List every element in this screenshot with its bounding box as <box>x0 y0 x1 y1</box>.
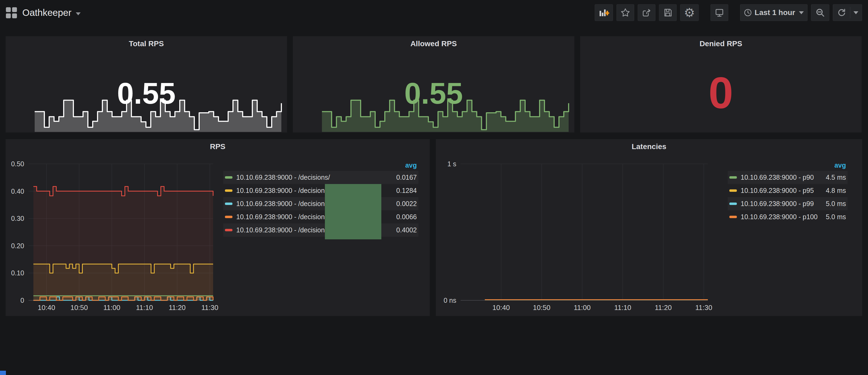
series-avg-value: 0.0167 <box>396 174 417 181</box>
panel-total-rps: Total RPS 0.55 <box>5 36 287 133</box>
clock-icon <box>744 9 752 17</box>
dashboards-grid-icon[interactable] <box>6 7 17 18</box>
legend-row[interactable]: 10.10.69.238:9000 - /decisions/0.0167 <box>223 171 418 184</box>
add-panel-button[interactable] <box>595 4 613 21</box>
series-color-swatch-icon[interactable] <box>225 176 232 179</box>
dashboard-title-caret-icon[interactable] <box>76 12 81 15</box>
panel-title[interactable]: Allowed RPS <box>293 39 574 48</box>
legend-row[interactable]: 10.10.69.238:9000 - p954.8 ms <box>728 184 847 197</box>
svg-text:11:10: 11:10 <box>136 304 153 312</box>
bottom-left-blue-marker <box>0 371 6 375</box>
series-avg-value: 4.5 ms <box>826 174 846 181</box>
legend-row[interactable]: 10.10.69.238:9000 - /decisions/0.1284 <box>223 184 418 197</box>
series-avg-value: 4.8 ms <box>826 187 846 194</box>
legend-color-overlay-box <box>325 184 381 239</box>
refresh-interval-caret-icon[interactable] <box>854 11 858 14</box>
series-color-swatch-icon[interactable] <box>729 189 737 192</box>
rps-legend: avg10.10.69.238:9000 - /decisions/0.0167… <box>223 160 418 237</box>
panel-title[interactable]: RPS <box>6 143 430 151</box>
svg-text:11:00: 11:00 <box>103 304 120 312</box>
legend-row[interactable]: 10.10.69.238:9000 - p904.5 ms <box>728 171 847 184</box>
singlestat-value: 0 <box>580 67 862 118</box>
settings-gear-icon: ⚙ <box>684 6 695 19</box>
series-color-swatch-icon[interactable] <box>729 202 737 205</box>
svg-text:10:40: 10:40 <box>492 304 510 312</box>
dashboard-grid: Total RPS 0.55 Allowed RPS 0.55 Denied R… <box>0 25 868 316</box>
series-color-swatch-icon[interactable] <box>729 176 737 179</box>
series-avg-value: 0.1284 <box>396 187 417 194</box>
svg-text:10:50: 10:50 <box>533 304 550 312</box>
legend-avg-header[interactable]: avg <box>223 160 418 171</box>
series-color-swatch-icon[interactable] <box>225 216 232 218</box>
panel-title[interactable]: Latencies <box>436 143 862 151</box>
series-avg-value: 0.0022 <box>396 200 417 208</box>
time-range-caret-icon <box>799 11 804 14</box>
refresh-icon <box>837 7 847 18</box>
series-color-swatch-icon[interactable] <box>225 189 232 192</box>
legend-row[interactable]: 10.10.69.238:9000 - /decisions/0.4002 <box>223 223 418 237</box>
series-name[interactable]: 10.10.69.238:9000 - /decisions/ <box>236 174 393 181</box>
share-icon <box>642 7 652 18</box>
panel-allowed-rps: Allowed RPS 0.55 <box>293 36 575 133</box>
series-color-swatch-icon[interactable] <box>225 202 232 205</box>
series-name[interactable]: 10.10.69.238:9000 - p95 <box>741 187 823 194</box>
legend-row[interactable]: 10.10.69.238:9000 - p1005.0 ms <box>728 210 847 223</box>
series-color-swatch-icon[interactable] <box>729 216 737 218</box>
svg-text:0.30: 0.30 <box>11 215 24 222</box>
legend-row[interactable]: 10.10.69.238:9000 - /decisions/0.0022 <box>223 197 418 210</box>
svg-text:1 s: 1 s <box>447 160 456 168</box>
singlestat-value: 0.55 <box>6 76 287 111</box>
dashboard-settings-button[interactable]: ⚙ <box>680 4 699 21</box>
panel-latencies-graph: Latencies 1 s0 ns10:4010:5011:0011:1011:… <box>436 139 862 316</box>
panel-title[interactable]: Denied RPS <box>580 39 862 48</box>
time-range-picker-button[interactable]: Last 1 hour <box>740 4 808 21</box>
share-dashboard-button[interactable] <box>638 4 655 21</box>
svg-text:11:20: 11:20 <box>169 304 186 312</box>
series-avg-value: 5.0 ms <box>826 213 846 221</box>
svg-text:10:40: 10:40 <box>38 304 55 312</box>
svg-text:11:20: 11:20 <box>655 304 672 312</box>
zoom-out-icon <box>815 7 826 18</box>
series-name[interactable]: 10.10.69.238:9000 - p90 <box>741 174 823 181</box>
star-dashboard-button[interactable] <box>617 4 634 21</box>
svg-text:11:00: 11:00 <box>574 304 591 312</box>
panel-denied-rps: Denied RPS 0 <box>580 36 862 133</box>
series-name[interactable]: 10.10.69.238:9000 - p99 <box>741 200 823 208</box>
series-avg-value: 0.4002 <box>396 226 417 234</box>
series-avg-value: 0.0066 <box>396 213 417 221</box>
time-range-label: Last 1 hour <box>754 8 795 17</box>
navbar: Oathkeeper <box>0 0 868 25</box>
series-name[interactable]: 10.10.69.238:9000 - p100 <box>741 213 823 221</box>
legend-row[interactable]: 10.10.69.238:9000 - /decisions/0.0066 <box>223 210 418 223</box>
series-color-swatch-icon[interactable] <box>225 229 232 231</box>
legend-row[interactable]: 10.10.69.238:9000 - p995.0 ms <box>728 197 847 210</box>
panel-rps-graph: RPS 0.500.400.300.200.10010:4010:5011:00… <box>5 139 430 316</box>
cycle-view-mode-button[interactable] <box>711 4 728 21</box>
legend-avg-header[interactable]: avg <box>728 160 847 171</box>
star-icon <box>620 7 630 18</box>
svg-text:10:50: 10:50 <box>70 304 88 312</box>
svg-text:11:30: 11:30 <box>695 304 712 312</box>
svg-text:11:10: 11:10 <box>614 304 631 312</box>
svg-text:0 ns: 0 ns <box>444 296 456 304</box>
refresh-button[interactable] <box>833 4 862 21</box>
svg-text:0.50: 0.50 <box>11 160 24 168</box>
zoom-out-time-button[interactable] <box>811 4 829 21</box>
save-icon <box>663 7 673 18</box>
dashboard-title[interactable]: Oathkeeper <box>22 7 71 18</box>
save-dashboard-button[interactable] <box>659 4 677 21</box>
latencies-legend: avg10.10.69.238:9000 - p904.5 ms10.10.69… <box>728 160 847 223</box>
svg-text:0: 0 <box>21 296 24 304</box>
series-avg-value: 5.0 ms <box>826 200 846 208</box>
svg-text:0.20: 0.20 <box>11 242 24 250</box>
svg-text:11:30: 11:30 <box>201 304 218 312</box>
svg-text:0.10: 0.10 <box>11 269 24 277</box>
singlestat-value: 0.55 <box>293 76 574 111</box>
cycle-view-monitor-icon <box>714 7 724 18</box>
add-panel-icon <box>598 7 609 18</box>
panel-title[interactable]: Total RPS <box>6 39 287 48</box>
svg-text:0.40: 0.40 <box>11 187 24 195</box>
